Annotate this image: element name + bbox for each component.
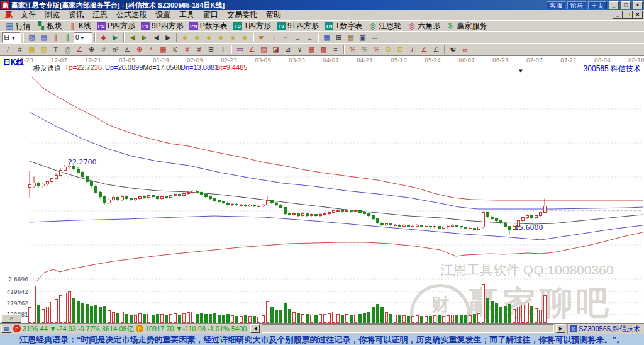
menu-item-交易委托[interactable]: 交易委托 xyxy=(223,9,262,20)
tool-icon[interactable]: ∠ xyxy=(418,44,430,55)
tool-icon[interactable]: ▦ xyxy=(306,44,318,55)
toolbar-button-行情[interactable]: ▦行情 xyxy=(3,21,33,31)
tool-icon[interactable]: ▩ xyxy=(318,44,330,55)
close-button[interactable]: × xyxy=(633,1,643,9)
tool-icon[interactable]: ◆ xyxy=(97,32,109,43)
link-homepage[interactable]: 主页 xyxy=(588,1,607,9)
menu-item-资讯[interactable]: 资讯 xyxy=(64,9,88,20)
tool-icon[interactable]: ⊞ xyxy=(205,44,217,55)
tool-icon[interactable]: / xyxy=(406,44,418,55)
scroll-left-button[interactable]: ◀ xyxy=(250,324,260,333)
tool-icon[interactable]: % xyxy=(358,44,370,55)
tool-icon[interactable]: # xyxy=(181,44,193,55)
tool-icon[interactable]: ⊕ xyxy=(86,44,97,55)
tool-icon[interactable]: ∨ xyxy=(294,44,306,55)
menu-item-文件[interactable]: 文件 xyxy=(16,9,40,20)
child-minimize-button[interactable]: _ xyxy=(613,11,623,19)
tool-icon[interactable]: ◀ xyxy=(126,32,138,43)
tool-icon[interactable]: * xyxy=(145,44,157,55)
restore-button[interactable]: □ xyxy=(621,1,631,9)
tool-icon[interactable]: ◈ xyxy=(191,32,203,43)
tool-icon[interactable]: ☛ xyxy=(256,32,268,43)
toolbar-button-赢家服务[interactable]: $赢家服务 xyxy=(443,21,489,31)
link-forum[interactable]: 论坛 xyxy=(567,1,586,9)
tool-icon[interactable]: # xyxy=(97,44,109,55)
toolbar-button-T数字表[interactable]: TNT数字表 xyxy=(322,21,365,31)
menu-item-窗口[interactable]: 窗口 xyxy=(199,9,223,20)
tool-icon[interactable]: ⊡ xyxy=(394,44,406,55)
tool-icon[interactable]: % xyxy=(347,44,358,55)
tool-icon[interactable]: ▶ xyxy=(162,32,174,43)
tool-icon[interactable]: ▤ xyxy=(345,32,357,43)
tool-icon[interactable]: ◈ xyxy=(203,32,215,43)
menu-item-浏览[interactable]: 浏览 xyxy=(40,9,64,20)
link-customer-service[interactable]: 客服 xyxy=(547,1,565,9)
expand-panel-button[interactable]: △ xyxy=(1,314,21,323)
tool-icon[interactable]: ∞ xyxy=(459,44,471,55)
tool-icon[interactable]: I xyxy=(217,44,229,55)
menu-item-帮助[interactable]: 帮助 xyxy=(262,9,286,20)
menu-item-设置[interactable]: 设置 xyxy=(151,9,175,20)
tool-icon[interactable]: ▤ xyxy=(38,32,50,43)
menu-item-公式选股[interactable]: 公式选股 xyxy=(112,9,151,20)
toolbar-button-T四方形[interactable]: TST四方形 xyxy=(231,21,274,31)
period-label[interactable]: 日K线 xyxy=(3,57,24,68)
tool-icon[interactable]: K xyxy=(169,44,181,55)
menu-item-江恩[interactable]: 江恩 xyxy=(88,9,112,20)
child-close-button[interactable]: × xyxy=(633,11,643,19)
tool-icon[interactable]: ◪ xyxy=(270,44,282,55)
tool-icon[interactable]: ≡ xyxy=(292,32,304,43)
tool-icon[interactable]: ∥ xyxy=(50,32,62,43)
tool-icon[interactable]: ▦ xyxy=(26,44,38,55)
tool-icon[interactable]: ▦ xyxy=(157,44,169,55)
minimize-button[interactable]: _ xyxy=(609,1,619,9)
tool-icon[interactable]: ~ xyxy=(280,32,292,43)
tool-icon[interactable]: ⊙ xyxy=(382,44,394,55)
scrollbar-track[interactable] xyxy=(262,324,554,333)
tool-icon[interactable]: ▭ xyxy=(369,32,380,43)
tool-icon[interactable]: ▧ xyxy=(26,32,38,43)
tool-icon[interactable]: ∥ xyxy=(62,32,74,43)
tool-icon[interactable]: # xyxy=(193,44,205,55)
menu-item-工具[interactable]: 工具 xyxy=(175,9,199,20)
tool-icon[interactable]: # xyxy=(14,44,26,55)
tool-icon[interactable]: ◈ xyxy=(215,32,227,43)
tool-icon[interactable]: ◀ xyxy=(150,32,162,43)
tool-icon[interactable]: n² xyxy=(109,44,121,55)
tool-icon[interactable]: = xyxy=(330,44,341,55)
toolbar-button-P数字表[interactable]: PNP数字表 xyxy=(187,21,230,31)
child-restore-button[interactable]: □ xyxy=(623,11,633,19)
tool-icon[interactable]: / xyxy=(2,44,14,55)
toolbar-button-六角形[interactable]: ◎六角形 xyxy=(404,21,443,31)
tool-icon[interactable]: ⊞ xyxy=(333,32,345,43)
tool-icon[interactable]: ∠ xyxy=(430,44,442,55)
tool-icon[interactable]: % xyxy=(370,44,382,55)
toolbar-button-9T四方形[interactable]: T99T四方形 xyxy=(274,21,321,31)
tool-icon[interactable]: 0 ▾ xyxy=(74,32,92,43)
tool-icon[interactable]: ⊕ xyxy=(133,44,145,55)
toolbar-button-板块[interactable]: ▚板块 xyxy=(34,21,65,31)
tool-icon[interactable]: ≡ xyxy=(304,32,316,43)
scroll-right-button[interactable]: ▶ xyxy=(556,324,565,333)
tool-icon[interactable]: ◈ xyxy=(179,32,191,43)
grid-view-icon[interactable]: ▦ xyxy=(1,325,11,333)
tool-icon[interactable]: ▣ xyxy=(357,32,369,43)
tool-icon[interactable]: + xyxy=(268,32,280,43)
tool-icon[interactable]: ▭ xyxy=(234,44,246,55)
tool-icon[interactable]: ▶ xyxy=(138,32,150,43)
tool-icon[interactable]: ▶ xyxy=(109,32,121,43)
toolbar-button-9P四方形[interactable]: P99P四方形 xyxy=(138,21,186,31)
toolbar-button-K线[interactable]: ∥K线 xyxy=(65,21,94,31)
tool-icon[interactable]: 日 ▾ xyxy=(2,32,21,43)
tool-icon[interactable]: ☯ xyxy=(447,44,459,55)
tool-icon[interactable]: ∠ xyxy=(246,44,258,55)
toolbar-button-P四方形[interactable]: PSP四方形 xyxy=(94,21,138,31)
toolbar-button-江恩轮[interactable]: ◎江恩轮 xyxy=(365,21,404,31)
tool-icon[interactable]: ◈ xyxy=(239,32,251,43)
tool-icon[interactable]: ⊿ xyxy=(282,44,294,55)
tool-icon[interactable]: ▨ xyxy=(258,44,270,55)
tool-icon[interactable]: @ xyxy=(62,44,74,55)
tool-icon[interactable]: ▥ xyxy=(38,44,50,55)
tool-icon[interactable]: T xyxy=(50,44,62,55)
tool-icon[interactable]: ∡ xyxy=(121,44,133,55)
